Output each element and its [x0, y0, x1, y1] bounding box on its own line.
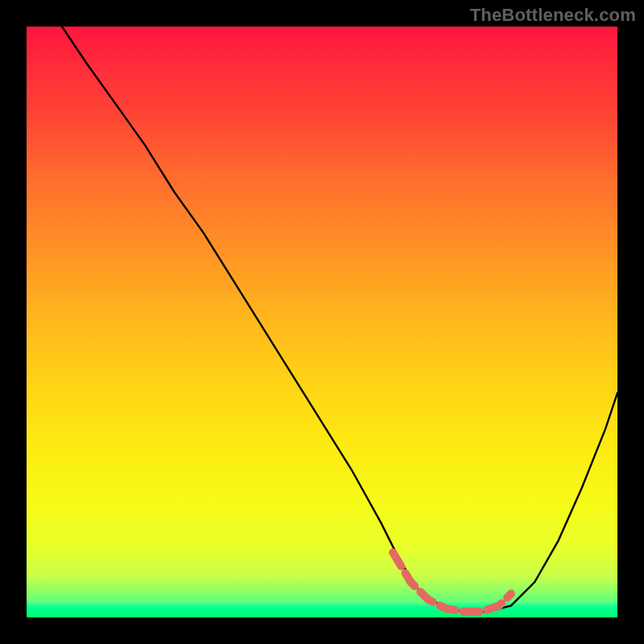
chart-plot-area — [27, 27, 617, 617]
chart-svg — [27, 27, 617, 617]
chart-highlight-segment — [393, 552, 511, 611]
watermark-text: TheBottleneck.com — [470, 5, 636, 26]
page-root: TheBottleneck.com — [0, 0, 644, 644]
chart-curve-line — [62, 27, 617, 612]
